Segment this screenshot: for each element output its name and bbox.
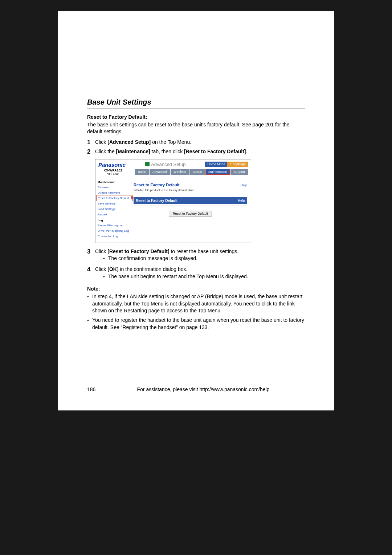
tab-basic[interactable]: Basic [135, 169, 149, 175]
t: . [246, 149, 247, 154]
sidebar-item-reset-factory[interactable]: Reset to Factory Default [97, 195, 130, 201]
t: in the confirmation dialog box. [119, 266, 188, 272]
tab-status[interactable]: Status [189, 169, 205, 175]
reset-heading: Reset to Factory Default: [87, 114, 305, 120]
t: tab, then click [150, 149, 184, 154]
t: Click the [95, 149, 116, 154]
router-screenshot: Panasonic Advanced Setup Home Mode TopPa… [95, 159, 251, 243]
mode-buttons: Home Mode TopPage [205, 162, 248, 167]
router-body: Maintenance Password Update Firmware Res… [95, 178, 251, 243]
note-heading: Note: [87, 286, 305, 292]
t: Click [95, 248, 107, 254]
t: KX-WPA102 [98, 169, 127, 172]
step-1-text: Click [Advanced Setup] on the Top Menu. [95, 139, 305, 146]
t: [Reset to Factory Default] [107, 248, 169, 254]
sidebar-group-log: Log [97, 217, 130, 223]
bar-title: Reset to Factory Default [136, 199, 177, 203]
top-page-button[interactable]: TopPage [227, 162, 248, 167]
t: [OK] [107, 266, 118, 272]
sidebar-group-maintenance: Maintenance [97, 179, 130, 185]
step-number: 4 [87, 266, 95, 273]
section-bar: Reset to Factory Default Help [134, 197, 247, 204]
card-description: Initialize this product to the factory d… [134, 189, 247, 194]
steps-list-2: 3 Click [Reset to Factory Default] to re… [87, 248, 305, 281]
brand-logo: Panasonic [98, 162, 126, 168]
section-title: Base Unit Settings [87, 98, 305, 109]
step-number: 2 [87, 148, 95, 155]
setup-title: Advanced Setup [151, 162, 185, 167]
reset-body: The base unit settings can be reset to t… [87, 121, 305, 135]
sidebar-item-upnp-log[interactable]: UPnP Port Mapping Log [97, 228, 130, 234]
manual-page: Base Unit Settings Reset to Factory Defa… [58, 11, 334, 410]
home-mode-button[interactable]: Home Mode [205, 162, 227, 167]
sidebar-item-update-firmware[interactable]: Update Firmware [97, 190, 130, 195]
bar-help-link[interactable]: Help [238, 199, 245, 203]
t: [Advanced Setup] [107, 139, 151, 145]
reset-factory-button[interactable]: Reset to Factory Default [169, 211, 212, 216]
steps-list: 1 Click [Advanced Setup] on the Top Menu… [87, 139, 305, 155]
setup-title-wrap: Advanced Setup [145, 162, 185, 167]
sidebar-item-restart[interactable]: Restart [97, 212, 130, 217]
t: Click [95, 139, 107, 145]
step-4-text: Click [OK] in the confirmation dialog bo… [95, 266, 305, 281]
t: to reset the base unit settings. [170, 248, 239, 254]
main-pane: Reset to Factory Default Help Initialize… [130, 178, 251, 243]
t: on the Top Menu. [151, 139, 191, 145]
model-tab-row: KX-WPA102 Ver. 1.00 Basic Advanced Wirel… [95, 169, 251, 178]
step4-bullet: The base unit begins to restart and the … [103, 273, 305, 280]
tab-support[interactable]: Support [230, 169, 248, 175]
sidebar: Maintenance Password Update Firmware Res… [95, 178, 130, 243]
button-row: Reset to Factory Default [134, 206, 247, 219]
sidebar-item-password[interactable]: Password [97, 185, 130, 190]
t: Click [95, 266, 107, 272]
tab-maintenance[interactable]: Maintenance [205, 169, 230, 175]
footer-text: For assistance, please visit http://www.… [102, 386, 305, 392]
sidebar-item-connection-log[interactable]: Connection Log [97, 234, 130, 239]
step3-bullet: The confirmation message is displayed. [103, 255, 305, 262]
page-footer: 186 For assistance, please visit http://… [87, 384, 305, 392]
highlight-arrow-icon [131, 196, 134, 199]
card-title: Reset to Factory Default [134, 183, 180, 187]
step-number: 1 [87, 139, 95, 146]
page-number: 186 [87, 386, 102, 392]
help-link[interactable]: Help [240, 183, 247, 187]
tab-wireless[interactable]: Wireless [171, 169, 189, 175]
pencil-icon [145, 162, 150, 166]
step-3-text: Click [Reset to Factory Default] to rese… [95, 248, 305, 264]
tab-advanced[interactable]: Advanced [150, 169, 170, 175]
card-title-row: Reset to Factory Default Help [134, 181, 247, 189]
step-number: 3 [87, 248, 95, 255]
sidebar-item-save-settings[interactable]: Save Settings [97, 201, 130, 206]
step-2-text: Click the [Maintenance] tab, then click … [95, 148, 305, 155]
note-list: In step 4, if the LAN side setting is ch… [87, 293, 305, 331]
note-item-1: In step 4, if the LAN side setting is ch… [87, 293, 305, 315]
t: Ver. 1.00 [98, 172, 127, 175]
note-item-2: You need to register the handset to the … [87, 317, 305, 331]
model-label: KX-WPA102 Ver. 1.00 [98, 169, 127, 175]
sidebar-item-load-settings[interactable]: Load Settings [97, 206, 130, 212]
sidebar-item-packet-log[interactable]: Packet Filtering Log [97, 223, 130, 228]
router-header: Panasonic Advanced Setup Home Mode TopPa… [95, 159, 251, 169]
tab-bar: Basic Advanced Wireless Status Maintenan… [135, 169, 248, 175]
t: [Reset to Factory Default] [184, 149, 246, 154]
t: [Maintenance] [116, 149, 150, 154]
